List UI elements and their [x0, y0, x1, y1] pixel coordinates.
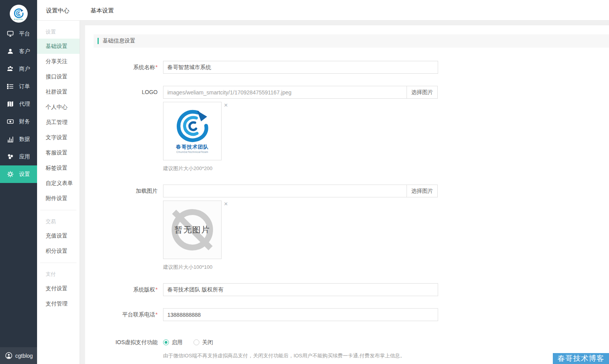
required-mark: * [156, 311, 158, 318]
section-title: 基础信息设置 [103, 37, 135, 44]
submenu-item-staff-management[interactable]: 员工管理 [37, 115, 80, 130]
monitor-icon [7, 30, 14, 37]
form-row-copyright: 系统版权* [85, 283, 609, 296]
loading-image-pick-button[interactable]: 选择图片 [407, 185, 438, 197]
logo-remove-icon[interactable]: × [224, 102, 228, 108]
logo-pick-image-button[interactable]: 选择图片 [407, 86, 438, 99]
bar-chart-icon [7, 135, 14, 143]
map-icon [7, 100, 14, 108]
submenu-section-payment: 支付 [37, 263, 80, 281]
copyright-input[interactable] [163, 283, 438, 296]
submenu-item-share-follow[interactable]: 分享关注 [37, 54, 80, 69]
logo-size-hint: 建议图片大小200*200 [163, 165, 609, 172]
primary-nav: 平台 客户 商户 订单 代理 财务 数据 应用 [0, 25, 37, 183]
radio-unchecked-icon [194, 339, 199, 345]
sidebar-item-label: 客户 [19, 48, 30, 55]
sidebar-item-label: 财务 [19, 118, 30, 125]
phone-label: 平台联系电话* [85, 308, 163, 321]
submenu-item-api-settings[interactable]: 接口设置 [37, 69, 80, 84]
ios-pay-disable-option[interactable]: 关闭 [194, 339, 213, 346]
app-logo-circle: 春哥技术团队 [10, 5, 28, 23]
sidebar-item-label: 数据 [19, 136, 30, 143]
primary-sidebar: 春哥技术团队 平台 客户 商户 订单 代理 财务 数据 [0, 0, 37, 364]
ios-pay-help-text: 由于微信IOS端不再支持虚拟商品支付，关闭支付功能后，IOS用户不能购买续费一卡… [163, 352, 609, 359]
tab-basic-settings[interactable]: 基本设置 [91, 0, 114, 21]
list-icon [7, 83, 14, 90]
sidebar-item-customers[interactable]: 客户 [0, 43, 37, 60]
no-image-placeholder: 暂无图片 [163, 201, 221, 259]
money-icon [7, 118, 14, 125]
topbar-title: 设置中心 [46, 0, 69, 21]
topbar: 设置中心 基本设置 [37, 0, 609, 21]
settings-card: 基础信息设置 系统名称* LOGO 选择图片 [85, 25, 609, 364]
form-row-system-name: 系统名称* [85, 61, 609, 74]
logo-preview-title: 春哥技术团队 [176, 144, 209, 151]
settings-submenu: 设置 基础设置 分享关注 接口设置 社群设置 个人中心 员工管理 文字设置 客服… [37, 21, 80, 364]
accent-bar [98, 38, 99, 44]
ios-pay-enable-label: 启用 [172, 339, 183, 346]
radio-checked-icon [163, 339, 169, 345]
submenu-item-recharge-settings[interactable]: 充值设置 [37, 228, 80, 243]
sidebar-item-apps[interactable]: 应用 [0, 148, 37, 165]
ios-pay-label: IOS虚拟支付功能 [85, 336, 163, 349]
sidebar-item-label: 代理 [19, 101, 30, 108]
required-mark: * [156, 64, 158, 70]
sidebar-item-agents[interactable]: 代理 [0, 95, 37, 113]
submenu-item-attachment-settings[interactable]: 附件设置 [37, 191, 80, 206]
submenu-item-custom-form[interactable]: 自定义表单 [37, 176, 80, 191]
loading-image-remove-icon[interactable]: × [224, 201, 228, 207]
required-mark: * [156, 286, 158, 293]
loading-image-input-group: 选择图片 [163, 185, 438, 197]
form-row-logo: LOGO 选择图片 [85, 86, 609, 99]
logo-preview-box: 春哥技术团队 ChunGeTechnicalTeam [163, 102, 222, 160]
sidebar-item-orders[interactable]: 订单 [0, 78, 37, 95]
submenu-item-payment-management[interactable]: 支付管理 [37, 296, 80, 311]
app-logo-text: 春哥技术团队 [14, 18, 23, 20]
submenu-item-service-settings[interactable]: 客服设置 [37, 145, 80, 160]
no-image-text: 暂无图片 [174, 224, 210, 235]
logo-preview-subtitle: ChunGeTechnicalTeam [176, 151, 208, 153]
account-username: cgtblog [15, 353, 33, 359]
sidebar-item-finance[interactable]: 财务 [0, 113, 37, 130]
app-logo[interactable]: 春哥技术团队 [0, 0, 37, 24]
user-icon [7, 48, 14, 55]
sidebar-item-platform[interactable]: 平台 [0, 25, 37, 43]
submenu-item-points-settings[interactable]: 积分设置 [37, 243, 80, 259]
brand-swirl-icon [14, 8, 24, 18]
loading-image-preview-wrap: 暂无图片 × [163, 201, 237, 259]
sidebar-item-label: 应用 [19, 153, 30, 160]
form-row-loading-image: 加载图片 选择图片 [85, 185, 609, 197]
sidebar-item-label: 平台 [19, 30, 30, 37]
logo-label: LOGO [85, 86, 163, 99]
sidebar-item-label: 商户 [19, 66, 30, 73]
logo-preview-image: 春哥技术团队 ChunGeTechnicalTeam [174, 109, 210, 153]
sidebar-item-settings[interactable]: 设置 [0, 165, 37, 183]
loading-image-size-hint: 建议图片大小100*100 [163, 264, 609, 271]
sidebar-item-merchants[interactable]: 商户 [0, 60, 37, 78]
sidebar-item-data[interactable]: 数据 [0, 130, 37, 148]
loading-image-preview-box: 暂无图片 [163, 201, 222, 259]
sidebar-account[interactable]: cgtblog [0, 347, 37, 364]
brand-swirl-icon [174, 109, 210, 143]
ios-pay-enable-option[interactable]: 启用 [163, 339, 183, 346]
loading-image-path-input[interactable] [163, 185, 407, 197]
logo-path-input[interactable] [163, 86, 407, 99]
submenu-item-tag-settings[interactable]: 标签设置 [37, 160, 80, 176]
submenu-item-basic-settings[interactable]: 基础设置 [37, 39, 80, 54]
account-icon [5, 352, 12, 359]
phone-input[interactable] [163, 308, 438, 321]
submenu-item-personal-center[interactable]: 个人中心 [37, 99, 80, 115]
submenu-section-trade: 交易 [37, 210, 80, 228]
sidebar-item-label: 订单 [19, 83, 30, 90]
basic-settings-form: 系统名称* LOGO 选择图片 [85, 48, 609, 359]
system-name-label: 系统名称* [85, 61, 163, 74]
logo-input-group: 选择图片 [163, 86, 438, 99]
ios-pay-disable-label: 关闭 [202, 339, 213, 346]
apps-icon [7, 153, 14, 160]
submenu-item-payment-settings[interactable]: 支付设置 [37, 281, 80, 296]
submenu-item-text-settings[interactable]: 文字设置 [37, 130, 80, 145]
form-row-phone: 平台联系电话* [85, 308, 609, 321]
system-name-input[interactable] [163, 61, 438, 74]
submenu-item-community-settings[interactable]: 社群设置 [37, 84, 80, 99]
submenu-section-settings: 设置 [37, 21, 80, 39]
